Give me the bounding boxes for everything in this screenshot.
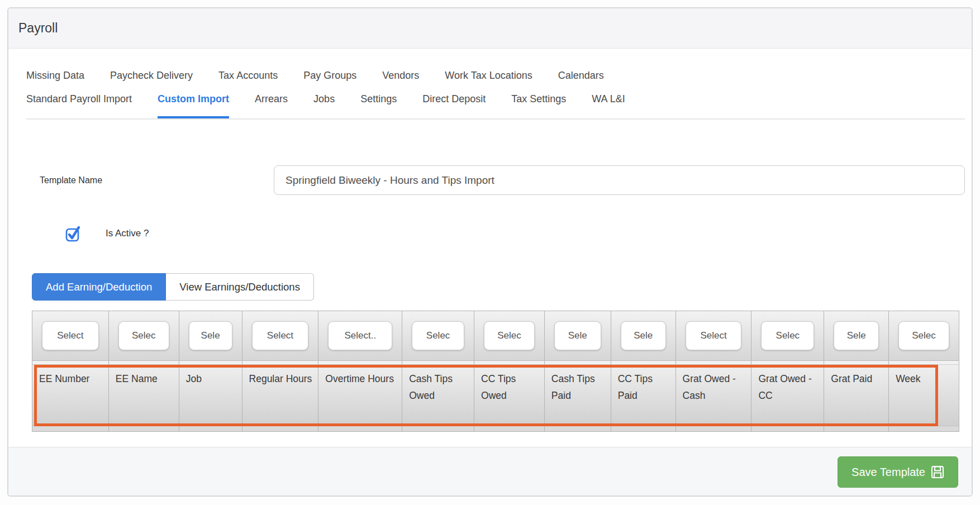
tab-vendors[interactable]: Vendors [382,70,419,82]
column-select-cell: Sele [545,311,611,361]
column-select-cell: Sele [179,311,242,361]
table-bottom-strip [402,426,474,431]
column-field-cell: CC Tips Owed [474,365,544,426]
column-select-dropdown[interactable]: Selec [412,321,464,350]
save-template-label: Save Template [851,466,925,479]
row-separator [402,361,474,365]
table-bottom-strip [179,426,242,431]
column-select-dropdown[interactable]: Select [686,321,742,350]
is-active-checkbox[interactable] [65,225,81,242]
row-separator [179,361,242,365]
row-separator [751,361,824,365]
tab-standard-payroll-import[interactable]: Standard Payroll Import [26,93,132,118]
table-column: Select Grat Owed - Cash [676,311,752,431]
tabs-block: Missing DataPaycheck DeliveryTax Account… [26,65,965,120]
column-select-dropdown[interactable]: Sele [834,321,879,350]
table-bottom-strip [545,426,611,431]
panel-header: Payroll [8,8,972,49]
column-select-cell: Sele [611,311,675,361]
row-separator [824,361,888,365]
column-select-cell: Select [32,311,108,361]
row-separator [109,361,179,365]
tab-pay-groups[interactable]: Pay Groups [303,70,356,82]
column-select-cell: Selec [402,311,474,361]
row-separator [545,361,611,365]
tab-jobs[interactable]: Jobs [313,93,335,118]
table-column: Selec CC Tips Owed [474,311,545,431]
column-select-dropdown[interactable]: Selec [761,321,814,350]
column-select-dropdown[interactable]: Sele [554,321,601,350]
tab-work-tax-locations[interactable]: Work Tax Locations [445,70,532,82]
column-select-dropdown[interactable]: Sele [189,321,232,350]
tab-paycheck-delivery[interactable]: Paycheck Delivery [110,70,193,82]
tab-calendars[interactable]: Calendars [558,70,604,82]
is-active-row: Is Active ? [32,226,965,241]
column-field-cell: Week [889,365,959,426]
table-column: Select EE Number [32,311,109,431]
column-select-dropdown[interactable]: Selec [898,321,949,350]
tab-missing-data[interactable]: Missing Data [26,70,84,82]
tab-tax-settings[interactable]: Tax Settings [511,93,566,118]
tabs-row-2: Standard Payroll ImportCustom ImportArre… [26,93,965,120]
column-field-cell: EE Number [32,365,108,426]
table-column: Sele CC Tips Paid [611,311,676,431]
column-field-cell: Grat Owed - Cash [676,365,751,426]
column-select-dropdown[interactable]: Sele [621,321,666,350]
add-earning-deduction-button[interactable]: Add Earning/Deduction [32,273,166,301]
column-field-cell: Cash Tips Paid [545,365,611,426]
save-template-button[interactable]: Save Template [838,456,958,488]
column-select-dropdown[interactable]: Select [42,321,99,350]
column-field-cell: CC Tips Paid [611,365,675,426]
template-name-label: Template Name [32,175,274,185]
template-name-row: Template Name [32,165,965,195]
column-field-cell: Grat Owed - CC [751,365,824,426]
panel-footer: Save Template [8,447,972,496]
payroll-panel: Payroll Missing DataPaycheck DeliveryTax… [7,7,973,497]
table-bottom-strip [824,426,888,431]
column-field-cell: Grat Paid [824,365,888,426]
tab-direct-deposit[interactable]: Direct Deposit [422,93,486,118]
page-title: Payroll [18,21,58,36]
table-column: Select.. Overtime Hours [318,311,402,431]
tab-settings[interactable]: Settings [360,93,397,118]
view-earnings-deductions-button[interactable]: View Earnings/Deductions [166,273,314,301]
column-select-dropdown[interactable]: Selec [118,321,169,350]
column-field-cell: Overtime Hours [318,365,402,426]
column-mapping-table: Select EE Number Selec EE Name Sele Job … [32,311,959,432]
tab-wa-l-i[interactable]: WA L&I [592,93,625,118]
template-name-input[interactable] [274,165,965,195]
table-bottom-strip [751,426,824,431]
column-select-dropdown[interactable]: Selec [484,321,535,350]
row-separator [676,361,751,365]
table-column: Sele Grat Paid [824,311,889,431]
column-select-dropdown[interactable]: Select [252,321,309,350]
column-select-dropdown[interactable]: Select.. [328,321,392,350]
table-column: Selec EE Name [109,311,179,431]
row-separator [474,361,544,365]
table-column: Selec Week [889,311,959,431]
tab-tax-accounts[interactable]: Tax Accounts [218,70,278,82]
column-select-cell: Selec [889,311,959,361]
row-separator [32,361,108,365]
row-separator [611,361,675,365]
floppy-disk-icon [931,465,944,479]
column-select-cell: Sele [824,311,888,361]
column-select-cell: Select.. [318,311,402,361]
tab-custom-import[interactable]: Custom Import [158,93,229,118]
row-separator [242,361,318,365]
table-column: Selec Grat Owed - CC [751,311,824,431]
table-column: Selec Cash Tips Owed [402,311,474,431]
table-bottom-strip [474,426,544,431]
is-active-label: Is Active ? [106,228,149,239]
column-select-cell: Selec [474,311,544,361]
column-field-cell: Job [179,365,242,426]
table-bottom-strip [242,426,318,431]
column-select-cell: Select [242,311,318,361]
table-bottom-strip [109,426,179,431]
column-select-cell: Selec [751,311,824,361]
table-bottom-strip [318,426,402,431]
column-field-cell: EE Name [109,365,179,426]
tab-arrears[interactable]: Arrears [255,93,288,118]
tabs-row-1: Missing DataPaycheck DeliveryTax Account… [26,65,965,85]
column-field-cell: Cash Tips Owed [402,365,474,426]
